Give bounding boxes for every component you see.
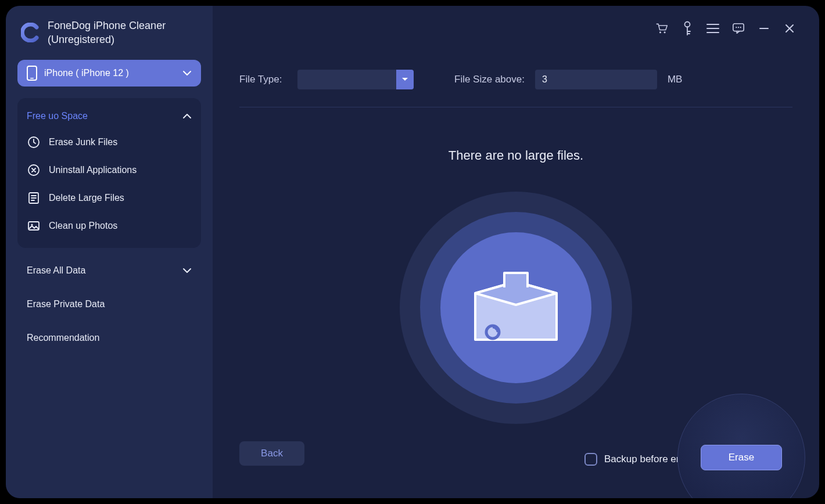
menu-header-free-space[interactable]: Free uo Space: [17, 104, 201, 128]
menu-erase-all-data[interactable]: Erase All Data: [17, 254, 201, 287]
titlebar-icons: [655, 22, 796, 35]
clock-icon: [27, 135, 41, 149]
backup-checkbox[interactable]: [584, 453, 597, 466]
file-type-label: File Type:: [239, 74, 287, 85]
brand-line1: FoneDog iPhone Cleaner: [48, 19, 166, 33]
chevron-down-icon: [182, 70, 192, 76]
menu-collapsed-label: Recommendation: [27, 333, 99, 343]
sidebar: FoneDog iPhone Cleaner (Unregistered) iP…: [6, 6, 213, 498]
chevron-down-icon: [182, 268, 192, 273]
chevron-up-icon: [182, 113, 192, 119]
chat-icon[interactable]: [732, 22, 745, 35]
device-label: iPhone ( iPhone 12 ): [44, 68, 175, 78]
menu-recommendation[interactable]: Recommendation: [17, 321, 201, 355]
svg-point-8: [664, 31, 666, 33]
brand-title: FoneDog iPhone Cleaner (Unregistered): [48, 19, 166, 47]
menu-collapsed-label: Erase All Data: [27, 265, 85, 276]
photo-icon: [27, 219, 41, 233]
menu-header-label: Free uo Space: [27, 111, 88, 121]
svg-point-7: [659, 31, 661, 33]
status-text: There are no large files.: [239, 148, 792, 163]
brand-logo-icon: [21, 23, 41, 42]
key-icon[interactable]: [681, 22, 694, 35]
menu-item-label: Erase Junk Files: [49, 137, 117, 147]
file-list-icon: [27, 191, 41, 205]
menu-item-label: Uninstall Applications: [49, 165, 137, 175]
menu-collapsed-label: Erase Private Data: [27, 299, 105, 309]
svg-point-11: [736, 27, 737, 28]
close-icon[interactable]: [783, 22, 796, 35]
menu-erase-private-data[interactable]: Erase Private Data: [17, 287, 201, 321]
phone-icon: [27, 66, 37, 81]
menu-item-uninstall-apps[interactable]: Uninstall Applications: [17, 156, 201, 184]
svg-point-13: [740, 27, 741, 28]
file-size-input[interactable]: [535, 70, 657, 89]
menu-item-label: Delete Large Files: [49, 193, 124, 203]
menu-item-erase-junk[interactable]: Erase Junk Files: [17, 128, 201, 156]
app-window: FoneDog iPhone Cleaner (Unregistered) iP…: [6, 6, 819, 498]
uninstall-icon: [27, 163, 41, 177]
svg-point-12: [738, 27, 739, 28]
empty-state-graphic: [400, 192, 632, 424]
svg-rect-1: [30, 78, 34, 79]
svg-rect-5: [28, 222, 39, 230]
erase-circle: Erase: [677, 394, 805, 498]
erase-button[interactable]: Erase: [701, 445, 782, 470]
menu-icon[interactable]: [706, 22, 719, 35]
menu-item-label: Clean up Photos: [49, 221, 117, 231]
brand-row: FoneDog iPhone Cleaner (Unregistered): [17, 19, 201, 47]
brand-line2: (Unregistered): [48, 33, 166, 46]
cart-icon[interactable]: [655, 22, 668, 35]
minimize-icon[interactable]: [758, 22, 770, 35]
file-size-unit: MB: [668, 74, 683, 85]
dropdown-arrow-icon: [396, 70, 414, 89]
free-space-panel: Free uo Space Erase Junk Files Uninstall…: [17, 98, 201, 248]
device-selector[interactable]: iPhone ( iPhone 12 ): [17, 60, 201, 87]
empty-box-icon: [464, 261, 568, 354]
filter-bar: File Type: File Size above: MB: [239, 70, 792, 107]
main-panel: File Type: File Size above: MB There are…: [213, 6, 819, 498]
menu-item-cleanup-photos[interactable]: Clean up Photos: [17, 212, 201, 240]
menu-item-delete-large-files[interactable]: Delete Large Files: [17, 184, 201, 212]
back-button[interactable]: Back: [239, 441, 304, 466]
file-type-dropdown[interactable]: [297, 70, 414, 89]
file-size-label: File Size above:: [454, 74, 525, 85]
